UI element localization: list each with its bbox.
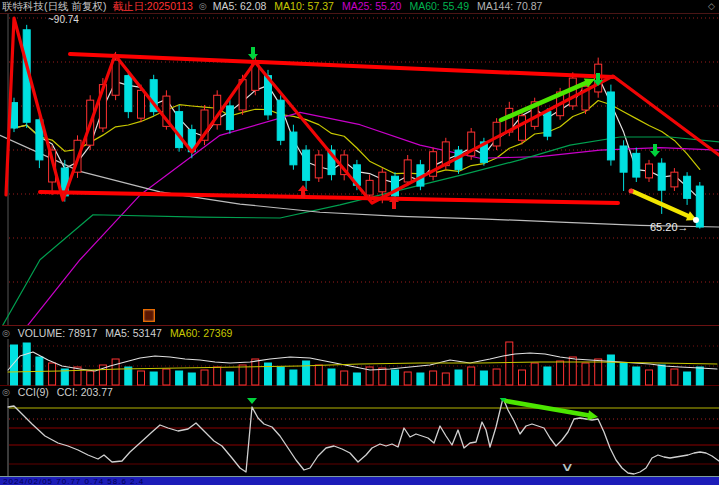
volume-bar (480, 371, 487, 385)
volume-legend-item: VOLUME: 78917 (18, 327, 97, 339)
volume-bar (404, 372, 411, 385)
chart-header: 联特科技(日线 前复权) 截止日:20250113 ◎ MA5: 62.08MA… (0, 0, 719, 14)
volume-bar (646, 370, 653, 385)
volume-bar (684, 372, 691, 385)
candle-body (379, 172, 386, 192)
volume-bar (544, 367, 551, 385)
candle-body (620, 146, 627, 172)
volume-bar (176, 371, 183, 385)
candle-body (684, 176, 691, 198)
volume-bar (607, 355, 614, 385)
ma-legend-item: MA10: 57.37 (274, 0, 334, 12)
pane-switch-icon[interactable]: ◇ (708, 0, 715, 13)
candle-body (138, 90, 145, 118)
volume-bar (277, 367, 284, 385)
candle-body (125, 76, 132, 112)
stock-title: 联特科技(日线 前复权) (2, 0, 106, 13)
volume-bar (201, 370, 208, 385)
volume-bar (188, 373, 195, 385)
volume-bar (328, 369, 335, 385)
sell-signal-arrow-icon (248, 47, 258, 60)
cci-chart[interactable] (0, 398, 719, 477)
volume-bar (112, 359, 119, 385)
cci-legend-item: CCI(9) (18, 386, 49, 398)
volume-bar (493, 369, 500, 385)
ma-legend: MA5: 62.08MA10: 57.37MA25: 55.20MA60: 55… (213, 0, 551, 13)
volume-bar (214, 367, 221, 385)
candle-body (658, 163, 665, 190)
volume-bar (11, 345, 18, 385)
ma-legend-item: MA25: 55.20 (342, 0, 402, 12)
cci-legend-items: CCI(9)CCI: 203.77 (18, 386, 121, 398)
volume-bar (506, 342, 513, 385)
last-price-label: 65.20→ (650, 221, 689, 233)
volume-bar (455, 370, 462, 385)
ma-legend-item: MA144: 70.87 (477, 0, 542, 12)
volume-bar (430, 371, 437, 385)
candle-body (404, 160, 411, 182)
status-bar-text: 2024/02/05 70.77 0.74 58.6 2.4 (0, 477, 719, 485)
cci-curve (8, 398, 719, 474)
volume-bar (150, 372, 157, 385)
volume-bar (252, 359, 259, 385)
ma-legend-item: MA60: 55.49 (409, 0, 469, 12)
volume-bar (23, 343, 30, 385)
volume-bar (353, 373, 360, 385)
volume-bar (341, 371, 348, 385)
status-bar[interactable]: 2024/02/05 70.77 0.74 58.6 2.4 (0, 476, 719, 485)
indicator-toggle-icon[interactable]: ◎ (2, 328, 10, 338)
volume-bar (442, 373, 449, 385)
volume-bar (303, 361, 310, 385)
volume-bar (468, 367, 475, 385)
candlestick-chart[interactable]: ~90.7465.20→ (0, 14, 719, 325)
volume-bar (557, 361, 564, 385)
cutoff-date: 截止日:20250113 (112, 0, 192, 13)
candle-body (366, 180, 373, 195)
volume-legend-item: MA60: 27369 (170, 327, 232, 339)
candle-body (633, 153, 640, 177)
candle-body (176, 112, 183, 148)
volume-bar (392, 370, 399, 385)
volume-bar (226, 372, 233, 385)
volume-bar (531, 363, 538, 385)
candle-body (277, 100, 284, 140)
candle-body (493, 122, 500, 146)
volume-bar (595, 359, 602, 385)
event-marker-icon[interactable] (143, 309, 155, 322)
volume-bar (49, 363, 56, 385)
volume-bar (633, 367, 640, 385)
channel-upper-line (70, 54, 613, 77)
candle-body (226, 106, 233, 130)
candle-body (290, 132, 297, 165)
volume-bar (87, 371, 94, 385)
candle-body (544, 112, 551, 137)
volume-bar (582, 363, 589, 385)
volume-bar (315, 365, 322, 385)
candle-body (607, 92, 614, 160)
candle-body (303, 150, 310, 180)
volume-bar (620, 363, 627, 385)
volume-chart[interactable] (0, 339, 719, 386)
indicator-toggle-icon[interactable]: ◎ (199, 0, 207, 13)
volume-bar (74, 367, 81, 385)
indicator-toggle-icon[interactable]: ◎ (2, 387, 10, 397)
cci-legend: ◎ CCI(9)CCI: 203.77 (2, 386, 719, 398)
volume-bar (417, 373, 424, 385)
volume-bar (138, 371, 145, 385)
candle-body (646, 164, 653, 178)
stock-chart-app: 联特科技(日线 前复权) 截止日:20250113 ◎ MA5: 62.08MA… (0, 0, 719, 485)
candle-body (671, 172, 678, 187)
volume-bar (519, 370, 526, 385)
volume-bar (379, 368, 386, 385)
candle-body (112, 60, 119, 95)
volume-bar (125, 367, 132, 385)
volume-bar (290, 370, 297, 385)
cci-legend-item: CCI: 203.77 (57, 386, 113, 398)
collapse-chevron-icon[interactable]: ∨ (560, 461, 574, 473)
volume-bar (569, 357, 576, 385)
trend-end-dot (693, 217, 699, 223)
high-price-label: ~90.74 (48, 14, 79, 25)
volume-bar (239, 365, 246, 385)
volume-legend-items: VOLUME: 78917MA5: 53147MA60: 27369 (18, 327, 240, 339)
trend-start-dot (629, 189, 634, 194)
